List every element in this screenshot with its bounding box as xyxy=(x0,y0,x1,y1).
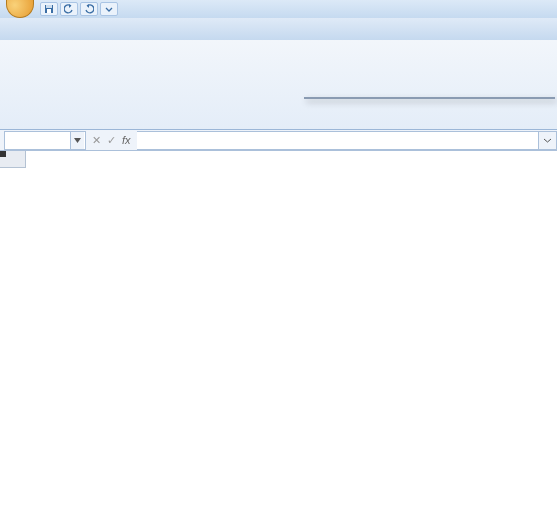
name-box[interactable] xyxy=(4,131,86,150)
svg-rect-1 xyxy=(46,5,52,8)
quick-access-toolbar xyxy=(40,2,118,16)
cancel-icon[interactable]: ✕ xyxy=(92,134,101,147)
qat-undo-icon[interactable] xyxy=(60,2,78,16)
name-box-dropdown-icon[interactable] xyxy=(70,132,84,149)
select-all-corner[interactable] xyxy=(0,151,26,168)
worksheet[interactable] xyxy=(0,151,557,518)
svg-rect-2 xyxy=(47,9,51,13)
office-button[interactable] xyxy=(6,0,34,18)
qat-save-icon[interactable] xyxy=(40,2,58,16)
fx-icon[interactable]: fx xyxy=(122,134,131,146)
enter-icon[interactable]: ✓ xyxy=(107,134,116,147)
expand-formula-bar-icon[interactable] xyxy=(539,131,557,150)
formula-input[interactable] xyxy=(137,131,539,150)
column-chart-dropdown xyxy=(304,97,555,99)
qat-redo-icon[interactable] xyxy=(80,2,98,16)
formula-bar: ✕ ✓ fx xyxy=(0,130,557,151)
qat-customize[interactable] xyxy=(100,2,118,16)
ribbon-tabs xyxy=(0,18,557,40)
ribbon xyxy=(0,40,557,130)
title-bar xyxy=(0,0,557,18)
